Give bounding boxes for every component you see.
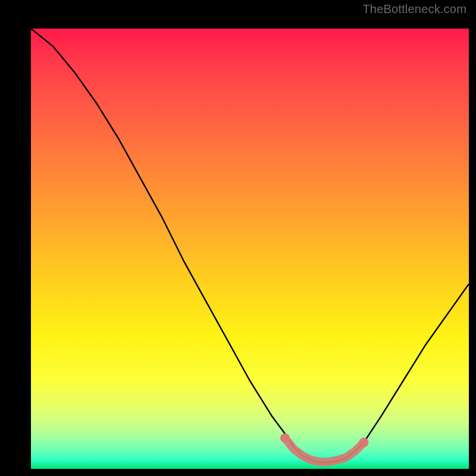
bottleneck-curve [31,29,469,462]
band-layer [280,433,369,462]
watermark-text: TheBottleneck.com [362,2,466,16]
chart-frame [11,11,465,465]
plot-area [31,29,469,469]
curve-layer [31,29,469,462]
optimal-band-end-dot [280,433,290,443]
optimal-band-end-dot [359,438,368,447]
chart-svg [31,29,469,469]
optimal-band [285,438,364,462]
